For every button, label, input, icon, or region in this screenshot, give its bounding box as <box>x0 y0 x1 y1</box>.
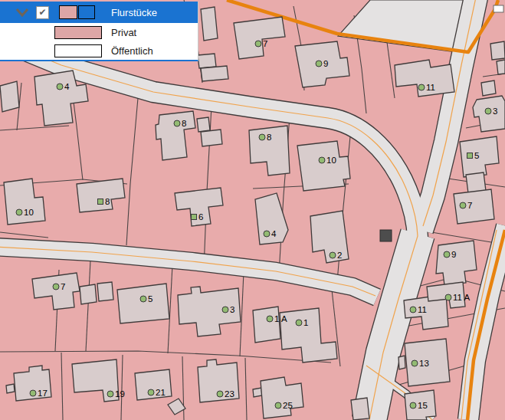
house-number-label: 8 <box>182 119 186 128</box>
house-number-marker-icon <box>30 390 36 396</box>
dark-square-feature <box>380 230 392 241</box>
house-number-label: 6 <box>198 212 203 221</box>
house-number-label: 11 A <box>453 293 470 302</box>
house-number-label: 7 <box>467 201 472 210</box>
house-number-marker-icon <box>222 307 228 313</box>
house-number-label: 23 <box>225 389 234 399</box>
building-polygon <box>117 284 169 323</box>
house-number-marker-icon <box>316 61 322 67</box>
house-number-marker-icon <box>319 157 325 163</box>
house-number-marker-icon <box>296 320 302 326</box>
house-number-label: 19 <box>115 389 125 399</box>
house-number-marker-icon <box>410 307 416 313</box>
building-polygon <box>481 80 496 96</box>
house-number-label: 15 <box>418 401 428 410</box>
privat-label: Privat <box>111 27 136 38</box>
house-number-label: 5 <box>148 294 152 304</box>
building-polygon <box>497 60 505 74</box>
house-number-marker-icon <box>259 134 265 140</box>
building-polygon <box>198 54 216 68</box>
house-number-label: 10 <box>24 208 34 217</box>
building-polygon <box>201 130 222 146</box>
layer-checkbox[interactable]: ✔ <box>36 6 49 19</box>
house-number-label: 1 A <box>274 314 287 323</box>
privat-swatch <box>54 26 102 39</box>
boundary-vertex-marker <box>494 5 503 12</box>
house-number-marker-icon <box>192 215 197 220</box>
building-polygon <box>97 282 113 301</box>
legend-layer-row[interactable]: ✔ Flurstücke <box>0 2 198 23</box>
house-number-label: 21 <box>156 388 166 397</box>
house-number-label: 8 <box>105 197 110 206</box>
house-number-label: 3 <box>230 305 234 314</box>
oeffentlich-label: Öffentlich <box>111 45 153 57</box>
building-polygon <box>201 7 218 41</box>
building-polygon <box>253 307 280 343</box>
house-number-label: 7 <box>61 282 65 291</box>
house-number-marker-icon <box>445 294 451 300</box>
house-number-marker-icon <box>57 84 63 90</box>
building-polygon <box>6 384 15 393</box>
house-number-label: 4 <box>271 229 277 238</box>
building-polygon <box>197 117 210 132</box>
chevron-down-icon[interactable] <box>15 7 29 18</box>
layer-legend-panel: ✔ Flurstücke Privat Öffentlich <box>0 2 198 61</box>
house-number-marker-icon <box>485 108 491 114</box>
building-polygon <box>398 356 405 369</box>
map-viewport[interactable]: 47911388105710864297531 A111 A1113171921… <box>0 0 505 420</box>
house-number-marker-icon <box>174 120 180 126</box>
house-number-label: 10 <box>326 156 336 165</box>
house-number-label: 1 <box>303 318 308 327</box>
house-number-marker-icon <box>255 41 261 47</box>
building-polygon <box>253 388 262 397</box>
house-number-marker-icon <box>330 252 336 258</box>
building-polygon <box>0 81 19 112</box>
house-number-marker-icon <box>140 296 146 302</box>
house-number-marker-icon <box>264 231 270 237</box>
building-polygon <box>80 284 97 304</box>
legend-class-privat-row[interactable]: Privat <box>0 23 198 41</box>
house-number-label: 8 <box>267 133 271 142</box>
building-polygon <box>201 66 228 81</box>
house-number-marker-icon <box>148 389 154 395</box>
house-number-marker-icon <box>107 391 113 397</box>
house-number-label: 17 <box>38 389 48 398</box>
house-number-marker-icon <box>467 153 473 159</box>
house-number-marker-icon <box>460 202 466 208</box>
house-number-label: 25 <box>283 401 293 410</box>
legend-class-oeffentlich-row[interactable]: Öffentlich <box>0 41 198 60</box>
house-number-label: 9 <box>323 59 328 68</box>
house-number-marker-icon <box>410 402 416 409</box>
layer-label: Flurstücke <box>111 7 157 18</box>
house-number-marker-icon <box>98 199 103 205</box>
house-number-label: 4 <box>64 82 70 91</box>
house-number-marker-icon <box>53 284 59 290</box>
house-number-label: 2 <box>337 251 342 260</box>
house-number-label: 9 <box>451 250 456 259</box>
oeffentlich-swatch <box>54 44 102 57</box>
building-polygon <box>135 369 172 400</box>
building-polygon <box>351 398 369 420</box>
house-number-label: 5 <box>474 151 479 160</box>
house-number-marker-icon <box>444 251 450 258</box>
house-number-marker-icon <box>275 402 281 409</box>
layer-swatch-privat <box>59 5 77 19</box>
house-number-label: 3 <box>493 107 497 116</box>
house-number-label: 11 <box>418 305 427 314</box>
house-number-marker-icon <box>412 360 418 366</box>
house-number-marker-icon <box>267 316 273 322</box>
house-number-marker-icon <box>418 84 425 90</box>
building-polygon <box>490 41 505 60</box>
house-number-marker-icon <box>217 391 223 397</box>
house-number-label: 13 <box>419 359 429 368</box>
layer-swatch-oeffentlich <box>78 5 95 19</box>
map-canvas[interactable]: 47911388105710864297531 A111 A1113171921… <box>0 0 505 420</box>
house-number-label: 11 <box>426 83 435 92</box>
house-number-label: 7 <box>263 39 267 48</box>
house-number-marker-icon <box>16 209 22 215</box>
